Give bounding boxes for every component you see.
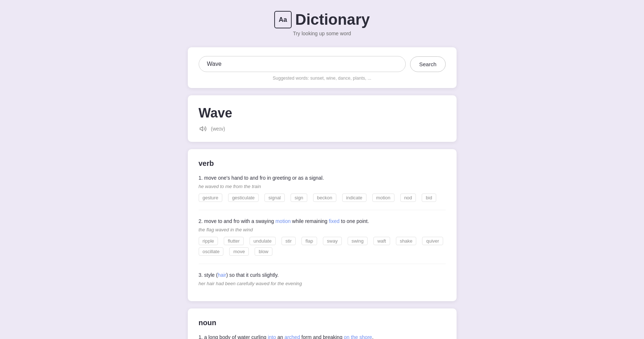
synonym-tag: ripple [199, 237, 218, 245]
verb-definition-2: 2. move to and fro with a swaying motion… [199, 218, 446, 256]
app-logo-icon: Aa [274, 11, 292, 28]
synonym-tag: shake [396, 237, 417, 245]
verb-synonyms-1: gesture gesticulate signal sign beckon i… [199, 194, 446, 202]
verb-definition-1: 1. move one's hand to and fro in greetin… [199, 174, 446, 202]
divider [199, 210, 446, 210]
synonym-tag: motion [372, 194, 394, 202]
synonym-tag: gesticulate [228, 194, 259, 202]
verb-def-text-3: 3. style (hair) so that it curls slightl… [199, 271, 446, 279]
word-header-card: Wave (weɪv) [188, 95, 457, 142]
verb-def-text-2: 2. move to and fro with a swaying motion… [199, 218, 446, 225]
noun-definition-card: noun 1. a long body of water curling int… [188, 308, 457, 339]
suggested-words: Suggested words: sunset, wine, dance, pl… [199, 76, 446, 81]
app-subtitle: Try looking up some word [7, 31, 637, 36]
verb-example-2: the flag waved in the wind [199, 227, 446, 233]
synonym-tag: oscillate [199, 247, 224, 256]
verb-def-text-1: 1. move one's hand to and fro in greetin… [199, 174, 446, 182]
synonym-tag: quiver [422, 237, 443, 245]
speaker-icon[interactable] [199, 124, 207, 133]
synonym-tag: beckon [313, 194, 336, 202]
synonym-tag: signal [264, 194, 285, 202]
pronunciation: (weɪv) [211, 126, 225, 132]
noun-def-text-1: 1. a long body of water curling into an … [199, 334, 446, 339]
synonym-tag: nod [400, 194, 416, 202]
verb-synonyms-2: ripple flutter undulate stir flap sway s… [199, 237, 446, 256]
synonym-tag: swing [348, 237, 368, 245]
synonym-tag: sign [291, 194, 307, 202]
synonym-tag: stir [282, 237, 296, 245]
main-content: Search Suggested words: sunset, wine, da… [188, 47, 457, 339]
synonym-tag: blow [255, 247, 272, 256]
synonym-tag: bid [422, 194, 436, 202]
verb-example-1: he waved to me from the train [199, 183, 446, 190]
svg-marker-0 [200, 127, 203, 131]
verb-definition-3: 3. style (hair) so that it curls slightl… [199, 271, 446, 287]
synonym-tag: flap [301, 237, 317, 245]
synonym-tag: sway [323, 237, 342, 245]
synonym-tag: move [229, 247, 249, 256]
noun-pos-label: noun [199, 319, 446, 327]
verb-example-3: her hair had been carefully waved for th… [199, 280, 446, 287]
search-input[interactable] [199, 56, 406, 72]
synonym-tag: indicate [342, 194, 366, 202]
synonym-tag: gesture [199, 194, 222, 202]
search-button[interactable]: Search [410, 56, 446, 72]
synonym-tag: undulate [250, 237, 276, 245]
verb-pos-label: verb [199, 159, 446, 168]
noun-definition-1: 1. a long body of water curling into an … [199, 334, 446, 339]
synonym-tag: waft [373, 237, 390, 245]
verb-definition-card: verb 1. move one's hand to and fro in gr… [188, 149, 457, 301]
app-header: Aa Dictionary Try looking up some word [7, 11, 637, 36]
search-card: Search Suggested words: sunset, wine, da… [188, 47, 457, 88]
divider [199, 264, 446, 264]
app-title: Dictionary [295, 11, 370, 28]
synonym-tag: flutter [224, 237, 244, 245]
word-title: Wave [199, 105, 446, 121]
